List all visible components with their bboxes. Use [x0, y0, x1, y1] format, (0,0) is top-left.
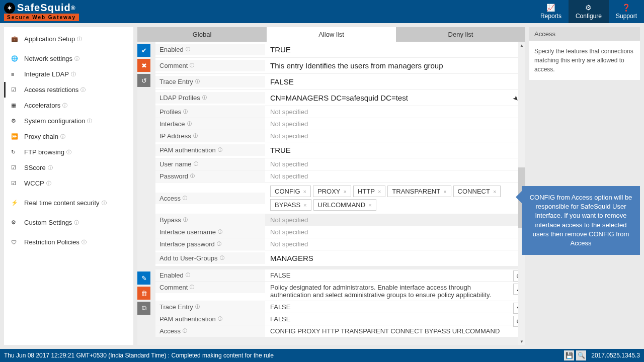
value-ip[interactable]: Not specified: [265, 130, 525, 142]
nav-support-label: Support: [616, 13, 637, 20]
sidebar-item-custom[interactable]: ⚙Custom Settingsⓘ: [4, 215, 133, 230]
info-icon: ⓘ: [74, 219, 79, 226]
info-icon: ⓘ: [71, 71, 76, 78]
info-icon: ⓘ: [195, 304, 200, 310]
access-tag[interactable]: CONNECT×: [453, 186, 501, 197]
value-groups[interactable]: MANAGERS: [265, 252, 525, 264]
value-interface[interactable]: Not specified: [265, 118, 525, 130]
value-enabled[interactable]: TRUE: [265, 43, 525, 56]
edit-button[interactable]: ✔: [137, 44, 150, 57]
value-trace2: FALSE: [265, 301, 525, 313]
chart-icon: 📈: [546, 4, 555, 12]
remove-tag-icon[interactable]: ×: [368, 202, 371, 208]
gear-icon: ⚙: [11, 118, 20, 124]
access-tag[interactable]: CONFIG×: [270, 186, 311, 197]
remove-tag-icon[interactable]: ×: [303, 189, 306, 195]
value-user[interactable]: Not specified: [265, 158, 525, 170]
shield-icon: 🛡: [11, 239, 20, 245]
search-button[interactable]: 🔍: [576, 350, 586, 360]
sidebar-item-app-setup[interactable]: 💼Application Setupⓘ: [4, 31, 133, 47]
sidebar-item-network[interactable]: 🌐Network settingsⓘ: [4, 51, 133, 66]
entry-actions: ✔ ✖ ↺: [137, 42, 155, 266]
callout-tooltip: CONFIG from Access option will be respon…: [522, 186, 640, 255]
tab-global[interactable]: Global: [137, 27, 267, 42]
sidebar-item-sscore[interactable]: ☑SScoreⓘ: [4, 160, 133, 175]
tab-allow[interactable]: Allow list: [267, 27, 396, 42]
remove-tag-icon[interactable]: ×: [443, 189, 446, 195]
access-tag[interactable]: BYPASS×: [270, 199, 311, 211]
help-body: Specify the features that connections ma…: [529, 41, 640, 80]
briefcase-icon: 💼: [11, 36, 20, 42]
header-nav: 📈 Reports ⚙ Configure ❓ Support: [533, 0, 644, 23]
label-ipass: Interface password: [159, 240, 215, 248]
sidebar-label: Proxy chain: [24, 133, 58, 140]
sidebar-label: Restriction Policies: [24, 238, 79, 246]
info-icon: ⓘ: [190, 284, 194, 291]
sidebar-item-ftp[interactable]: ↻FTP browsingⓘ: [4, 144, 133, 160]
access-tag[interactable]: URLCOMMAND×: [313, 199, 376, 211]
nav-reports[interactable]: 📈 Reports: [533, 0, 569, 23]
access-tag[interactable]: HTTP×: [353, 186, 385, 197]
sidebar-label: WCCP: [24, 179, 44, 187]
info-icon: ⓘ: [193, 133, 198, 139]
value-bypass[interactable]: Not specified: [265, 214, 525, 226]
sidebar-item-wccp[interactable]: ☑WCCPⓘ: [4, 175, 133, 191]
status-text: Thu Jun 08 2017 12:29:21 GMT+0530 (India…: [4, 352, 274, 359]
delete-button[interactable]: 🗑: [137, 287, 150, 300]
label-trace: Trace Entry: [159, 303, 193, 311]
remove-tag-icon[interactable]: ×: [344, 189, 347, 195]
value-trace[interactable]: FALSE: [265, 75, 525, 88]
edit-button[interactable]: ✎: [137, 272, 150, 285]
entry-actions: ✎ 🗑 ⧉: [137, 269, 155, 337]
save-button[interactable]: 💾: [564, 350, 574, 360]
tabs: Global Allow list Deny list: [137, 27, 525, 42]
value-access[interactable]: CONFIG×PROXY×HTTP×TRANSPARENT×CONNECT×BY…: [265, 183, 525, 214]
value-ipass[interactable]: Not specified: [265, 238, 525, 250]
nav-support[interactable]: ❓ Support: [609, 0, 644, 23]
remove-tag-icon[interactable]: ×: [493, 189, 496, 195]
access-tag[interactable]: PROXY×: [313, 186, 351, 197]
sidebar-item-system[interactable]: ⚙System configurationⓘ: [4, 113, 133, 129]
label-bypass: Bypass: [159, 216, 181, 224]
sidebar-item-proxy[interactable]: ⏩Proxy chainⓘ: [4, 129, 133, 144]
access-tag[interactable]: TRANSPARENT×: [387, 186, 451, 197]
sidebar-item-restriction[interactable]: 🛡Restriction Policiesⓘ: [4, 234, 133, 250]
label-iuser: Interface username: [159, 228, 216, 236]
info-icon: ⓘ: [218, 316, 222, 322]
value-pam[interactable]: TRUE: [265, 144, 525, 156]
forward-icon: ⏩: [11, 133, 20, 140]
delete-button[interactable]: ✖: [137, 59, 150, 72]
nav-configure[interactable]: ⚙ Configure: [569, 0, 609, 23]
undo-button[interactable]: ↺: [137, 74, 150, 87]
info-icon: ⓘ: [218, 229, 222, 235]
label-pam: PAM authentication: [159, 315, 216, 323]
value-iuser[interactable]: Not specified: [265, 226, 525, 238]
value-ldap[interactable]: CN=MANAGERS DC=safesquid DC=test➤: [265, 92, 525, 104]
sidebar-item-access[interactable]: ☑Access restrictionsⓘ: [4, 82, 133, 98]
remove-tag-icon[interactable]: ×: [378, 189, 381, 195]
copy-button[interactable]: ⧉: [137, 302, 150, 315]
info-icon: ⓘ: [194, 161, 198, 167]
remove-tag-icon[interactable]: ×: [303, 202, 306, 208]
value-profiles[interactable]: Not specified: [265, 106, 525, 118]
info-icon: ⓘ: [183, 328, 187, 334]
sidebar-label: Accelerators: [24, 102, 60, 109]
sidebar-item-accelerators[interactable]: ▦Acceleratorsⓘ: [4, 98, 133, 113]
scroll-up-icon[interactable]: ▲: [518, 42, 525, 49]
tab-deny[interactable]: Deny list: [396, 27, 525, 42]
nav-reports-label: Reports: [540, 13, 561, 20]
value-comment[interactable]: This entry Identifies the users from man…: [265, 59, 525, 72]
value-access2: CONFIG PROXY HTTP TRANSPARENT CONNECT BY…: [265, 325, 525, 337]
sidebar-item-ldap[interactable]: ≡Integrate LDAPⓘ: [4, 66, 133, 82]
label-access: Access: [159, 327, 181, 335]
sidebar-label: Access restrictions: [24, 86, 78, 94]
sidebar-item-realtime[interactable]: ⚡Real time content securityⓘ: [4, 195, 133, 211]
entry-table: EnabledⓘFALSE CommentⓘPolicy designated …: [155, 269, 525, 337]
header: ✶ SafeSquid ® Secure Web Gateway 📈 Repor…: [0, 0, 644, 23]
scroll-area: ✔ ✖ ↺ EnabledⓘTRUE CommentⓘThis entry Id…: [137, 42, 525, 345]
scroll-down-icon[interactable]: ▼: [518, 338, 525, 345]
info-icon: ⓘ: [80, 86, 86, 94]
value-password[interactable]: Not specified: [265, 170, 525, 182]
info-icon: ⓘ: [187, 121, 192, 127]
value-pam2: FALSE: [265, 313, 525, 325]
